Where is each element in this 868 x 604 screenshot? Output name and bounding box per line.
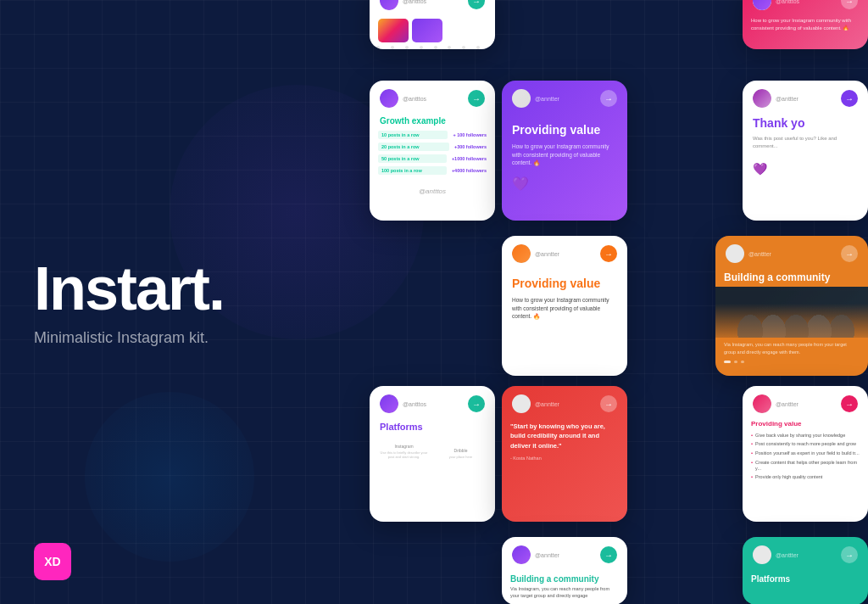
- growth-row-4: 100 posts in a row +4000 followers: [378, 166, 487, 175]
- xd-badge: XD: [34, 543, 71, 580]
- card-username: @antttos: [403, 401, 468, 407]
- card-thank-you: @anttter → Thank yo Was this post useful…: [743, 81, 868, 221]
- card-platforms-bottom-header: @anttter →: [743, 537, 868, 569]
- avatar-img: [726, 244, 744, 263]
- card-username: @anttter: [748, 251, 841, 257]
- growth-label: 50 posts in a row: [378, 154, 447, 163]
- value-list: • Give back value by sharing your knowle…: [743, 429, 868, 484]
- growth-row-1: 10 posts in a row + 100 followers: [378, 131, 487, 139]
- brand-subtitle: Minimalistic Instagram kit.: [34, 329, 224, 347]
- card-providing-white: @anntter → Providing value How to grow y…: [502, 236, 627, 376]
- instagram-img: [378, 19, 409, 42]
- card-username: @antttos: [403, 96, 468, 102]
- card-quote: @anntter → "Start by knowing who you are…: [502, 386, 627, 522]
- quote-text: "Start by knowing who you are, build cre…: [502, 418, 627, 454]
- instagram-platform: Instagram Use this to briefly describe y…: [378, 442, 430, 459]
- avatar: [726, 244, 744, 263]
- bullet: •: [751, 433, 753, 439]
- card-arrow: →: [841, 245, 858, 262]
- avatar: [512, 394, 531, 413]
- avatar: [512, 89, 531, 108]
- providing-desc-dark: How to grow your Instagram community wit…: [502, 296, 627, 321]
- dribbble-platform: Dribble your place here: [435, 442, 487, 459]
- providing-list-title: Providing value: [743, 418, 868, 429]
- card-platforms-bottom: @anttter → Platforms: [743, 537, 868, 604]
- card-arrow: →: [841, 546, 858, 563]
- building-title: Building a community: [715, 268, 868, 287]
- avatar-img: [753, 394, 771, 413]
- card-username: @antttos: [403, 0, 468, 4]
- dot: [376, 46, 380, 49]
- card-username: @antttos: [776, 0, 841, 4]
- card-providing-list: @anttter → Providing value • Give back v…: [743, 386, 868, 522]
- avatar: [753, 394, 771, 413]
- card-username: @anntter: [535, 251, 600, 257]
- card-building-header: @anttter →: [715, 236, 868, 268]
- growth-row-3: 50 posts in a row +1000 followers: [378, 154, 487, 163]
- card-arrow: →: [468, 90, 485, 107]
- card-thank-you-header: @anttter →: [743, 81, 868, 113]
- dribbble-img: [412, 19, 442, 42]
- cards-area: @antttos → @antttos → How to grow: [359, 0, 868, 604]
- xd-icon: XD: [34, 543, 71, 580]
- branding-section: Instart. Minimalistic Instagram kit.: [34, 258, 224, 347]
- card-arrow: →: [468, 0, 485, 9]
- card-top-platforms: @antttos →: [370, 0, 495, 49]
- card-growth-header: @antttos →: [370, 81, 495, 113]
- bottom-building-title: Building a community: [502, 569, 627, 586]
- value-item-3: • Position yourself as expert in your fi…: [751, 450, 860, 459]
- growth-value: + 100 followers: [453, 132, 487, 137]
- dot: [405, 46, 409, 49]
- avatar-img: [512, 89, 531, 108]
- growth-label: 20 posts in a row: [378, 143, 449, 151]
- growth-table: 10 posts in a row + 100 followers 20 pos…: [370, 131, 495, 175]
- growth-label: 100 posts in a row: [378, 166, 447, 175]
- bullet: •: [751, 441, 753, 448]
- avatar-img: [753, 0, 771, 10]
- avatar: [512, 244, 531, 263]
- card-providing-list-header: @anttter →: [743, 386, 868, 418]
- quote-author: - Kosta Nathan: [502, 454, 627, 462]
- card-building-bottom: @anntter → Building a community Via Inst…: [502, 537, 627, 604]
- card-username: @anntter: [535, 96, 600, 102]
- dot: [434, 46, 437, 49]
- platform-images: [370, 15, 495, 46]
- growth-value: +1000 followers: [452, 156, 487, 161]
- dribbble-desc: your place here: [449, 455, 473, 459]
- card-arrow: →: [841, 90, 858, 107]
- avatar-img: [380, 394, 398, 413]
- dribbble-label: Dribble: [454, 448, 468, 453]
- platforms-title: Platforms: [370, 418, 495, 437]
- growth-label: 10 posts in a row: [378, 131, 448, 139]
- dot: [420, 46, 423, 49]
- avatar: [380, 0, 398, 10]
- avatar-img: [753, 545, 771, 564]
- card-providing-white-header: @anntter →: [502, 236, 627, 268]
- card-providing-purple: @anntter → Providing value How to grow y…: [502, 81, 627, 221]
- avatar-img: [753, 89, 771, 108]
- avatar: [512, 545, 531, 564]
- instagram-label: Instagram: [394, 444, 413, 449]
- top-pink-text: How to grow your Instagram community wit…: [751, 17, 860, 32]
- card-arrow: →: [600, 245, 617, 262]
- bottom-building-desc: Via Instagram, you can reach many people…: [502, 586, 627, 599]
- card-username: @anttter: [776, 401, 841, 407]
- card-building: @anttter → Building a community Via Inst…: [715, 236, 868, 376]
- avatar: [380, 394, 398, 413]
- value-item-4: • Create content that helps other people…: [751, 458, 860, 473]
- mini-dot-grid: [370, 46, 495, 49]
- bullet: •: [751, 460, 753, 472]
- value-item-1: • Give back value by sharing your knowle…: [751, 431, 860, 440]
- card-username: @anttter: [776, 96, 841, 102]
- avatar-img: [380, 0, 398, 10]
- card-providing-purple-header: @anntter →: [502, 81, 627, 113]
- value-item-2: • Post consistently to reach more people…: [751, 440, 860, 450]
- instagram-desc: Use this to briefly describe your post a…: [378, 450, 430, 459]
- card-platforms-header: @antttos →: [370, 386, 495, 418]
- bg-blob-2: [85, 392, 254, 562]
- growth-value: +300 followers: [454, 144, 487, 149]
- card-growth: @antttos → Growth example 10 posts in a …: [370, 81, 495, 221]
- building-img: [715, 287, 868, 338]
- building-desc: Via Instagram, you can reach many people…: [715, 338, 868, 359]
- avatar: [753, 89, 771, 108]
